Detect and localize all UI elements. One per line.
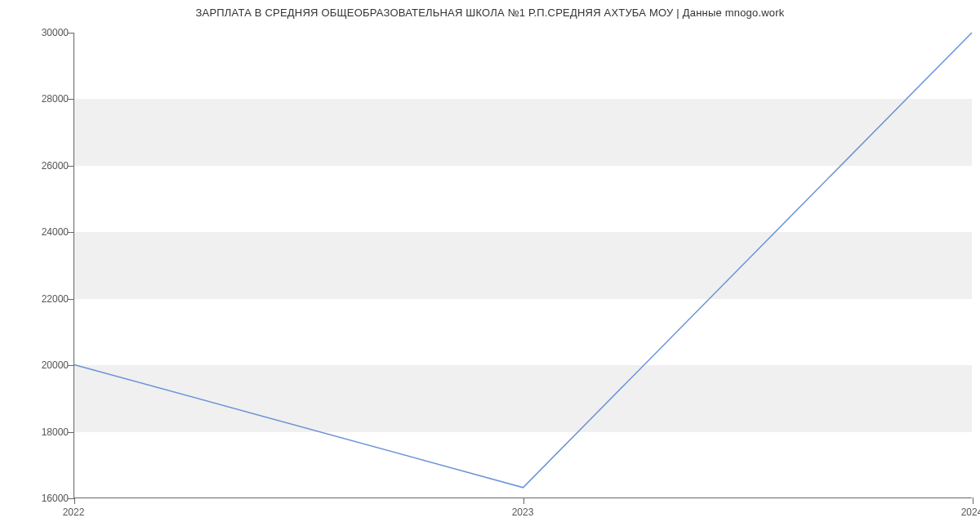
y-tick <box>68 99 74 100</box>
y-tick-label: 22000 <box>11 293 69 305</box>
y-tick <box>68 432 74 433</box>
chart-container: ЗАРПЛАТА В СРЕДНЯЯ ОБЩЕОБРАЗОВАТЕЛЬНАЯ Ш… <box>0 0 980 531</box>
y-tick <box>68 299 74 300</box>
y-tick-label: 18000 <box>11 426 69 438</box>
line-series <box>74 33 972 498</box>
x-tick-label: 2024 <box>961 506 980 518</box>
x-tick <box>973 498 973 504</box>
y-tick <box>68 166 74 167</box>
y-tick-label: 24000 <box>11 226 69 238</box>
y-tick <box>68 232 74 233</box>
y-tick-label: 28000 <box>11 93 69 105</box>
y-tick-label: 26000 <box>11 160 69 172</box>
y-tick <box>68 365 74 366</box>
x-tick <box>523 498 524 504</box>
x-tick-label: 2022 <box>63 506 85 518</box>
y-tick <box>68 498 74 499</box>
y-tick-label: 30000 <box>11 27 69 38</box>
x-tick-label: 2023 <box>512 506 534 518</box>
chart-title: ЗАРПЛАТА В СРЕДНЯЯ ОБЩЕОБРАЗОВАТЕЛЬНАЯ Ш… <box>0 7 980 19</box>
salary-line <box>74 33 972 488</box>
y-tick <box>68 33 74 33</box>
y-tick-label: 20000 <box>11 359 69 371</box>
plot-area <box>74 33 972 498</box>
y-tick-label: 16000 <box>11 493 69 504</box>
x-tick <box>74 498 75 504</box>
